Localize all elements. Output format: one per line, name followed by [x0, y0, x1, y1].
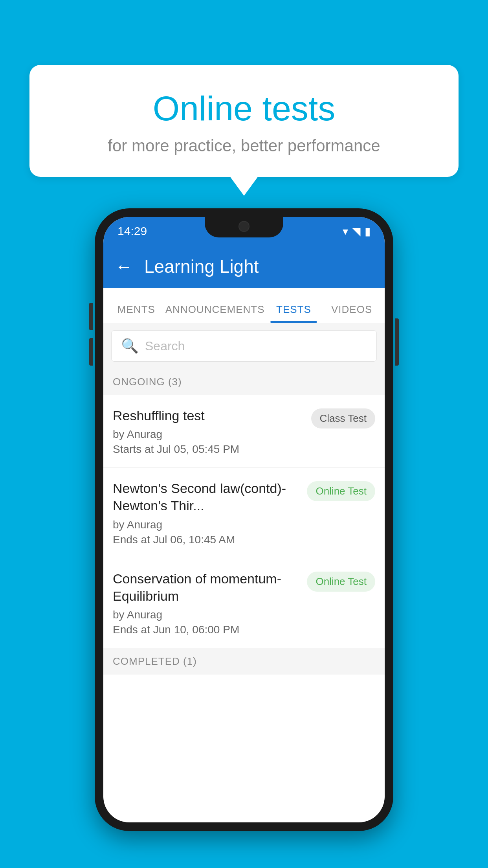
volume-down-button [89, 338, 93, 366]
status-icons: ▾ ◥ ▮ [343, 225, 371, 238]
phone-screen: 14:29 ▾ ◥ ▮ ← Learning Light MENTS ANNOU… [103, 217, 385, 822]
volume-up-button [89, 303, 93, 330]
test-list: Reshuffling test by Anurag Starts at Jul… [103, 395, 385, 648]
test-info-2: Newton's Second law(contd)-Newton's Thir… [113, 480, 307, 546]
test-time-2: Ends at Jul 06, 10:45 AM [113, 533, 299, 546]
front-camera [238, 221, 250, 232]
search-container: 🔍 Search [103, 323, 385, 369]
speech-bubble: Online tests for more practice, better p… [29, 65, 459, 177]
test-time-1: Starts at Jul 05, 05:45 PM [113, 443, 303, 456]
search-icon: 🔍 [121, 338, 139, 354]
back-button[interactable]: ← [115, 257, 132, 276]
search-input[interactable]: Search [145, 339, 185, 353]
test-name-2: Newton's Second law(contd)-Newton's Thir… [113, 480, 299, 514]
tab-ments[interactable]: MENTS [107, 303, 165, 323]
tab-bar: MENTS ANNOUNCEMENTS TESTS VIDEOS [103, 288, 385, 323]
app-bar: ← Learning Light [103, 245, 385, 288]
wifi-icon: ▾ [343, 225, 348, 238]
test-time-3: Ends at Jun 10, 06:00 PM [113, 623, 299, 636]
test-item-2[interactable]: Newton's Second law(contd)-Newton's Thir… [103, 468, 385, 558]
ongoing-section-label: ONGOING (3) [103, 369, 385, 395]
phone-notch [205, 217, 283, 237]
test-item-3[interactable]: Conservation of momentum-Equilibrium by … [103, 558, 385, 648]
test-name-3: Conservation of momentum-Equilibrium [113, 570, 299, 605]
phone-mockup: 14:29 ▾ ◥ ▮ ← Learning Light MENTS ANNOU… [95, 208, 393, 831]
tab-announcements[interactable]: ANNOUNCEMENTS [165, 303, 265, 323]
power-button [395, 318, 399, 366]
test-info-1: Reshuffling test by Anurag Starts at Jul… [113, 407, 311, 456]
test-info-3: Conservation of momentum-Equilibrium by … [113, 570, 307, 636]
test-badge-1: Class Test [311, 408, 375, 428]
test-by-3: by Anurag [113, 609, 299, 621]
tab-tests[interactable]: TESTS [265, 303, 323, 323]
test-by-2: by Anurag [113, 519, 299, 531]
test-item-1[interactable]: Reshuffling test by Anurag Starts at Jul… [103, 395, 385, 468]
test-badge-3: Online Test [307, 572, 375, 592]
search-bar[interactable]: 🔍 Search [111, 330, 377, 362]
bubble-subtitle: for more practice, better performance [45, 136, 443, 155]
app-title: Learning Light [144, 256, 259, 277]
test-badge-2: Online Test [307, 481, 375, 501]
phone-outer: 14:29 ▾ ◥ ▮ ← Learning Light MENTS ANNOU… [95, 208, 393, 831]
battery-icon: ▮ [365, 225, 371, 238]
completed-section-label: COMPLETED (1) [103, 648, 385, 675]
test-name-1: Reshuffling test [113, 407, 303, 424]
bubble-title: Online tests [45, 88, 443, 129]
signal-icon: ◥ [352, 225, 361, 238]
status-time: 14:29 [117, 224, 147, 238]
test-by-1: by Anurag [113, 428, 303, 441]
tab-videos[interactable]: VIDEOS [323, 303, 381, 323]
